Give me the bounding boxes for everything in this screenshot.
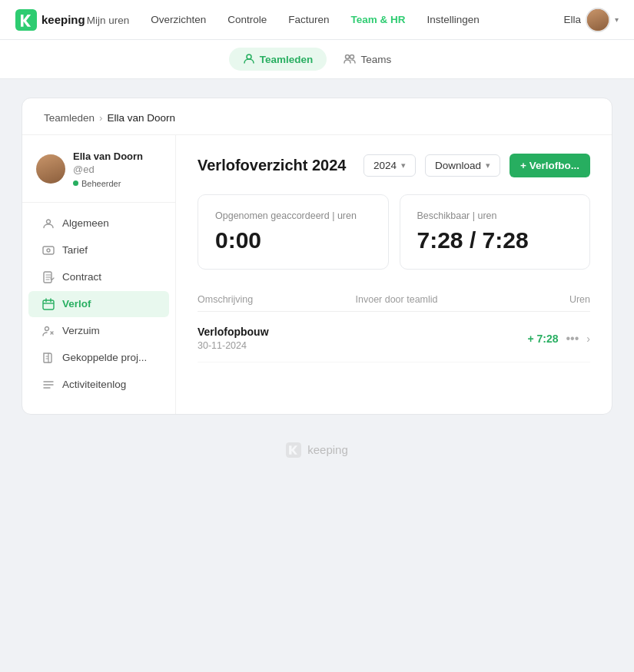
nav-links: Overzichten Controle Facturen Team & HR … [141, 9, 557, 30]
col-omschrijving: Omschrijving [198, 294, 356, 305]
sidebar-label-tarief: Tarief [62, 244, 88, 256]
sidebar-item-contract[interactable]: Contract [28, 264, 169, 290]
row-expand-icon[interactable]: › [586, 333, 590, 345]
sidebar-label-algemeen: Algemeen [62, 217, 109, 229]
sidebar-name: Ella van Doorn @ed [73, 151, 161, 177]
sidebar-label-activiteitenlog: Activiteitenlog [62, 379, 126, 390]
svg-point-4 [47, 220, 51, 223]
sidebar-label-gekoppelde: Gekoppelde proj... [62, 352, 147, 363]
status-dot [73, 180, 78, 186]
svg-point-3 [350, 55, 354, 59]
breadcrumb: Teamleden › Ella van Doorn [22, 98, 612, 135]
col-uren: Uren [513, 294, 590, 305]
user-menu[interactable]: Ella ▾ [563, 8, 619, 32]
username-label: Ella [563, 14, 581, 25]
hours-value: + 7:28 [527, 333, 558, 345]
svg-point-1 [247, 55, 251, 59]
sidebar: Ella van Doorn @ed Beheerder A [22, 135, 176, 414]
calendar-icon [42, 298, 55, 310]
badge-text: Beheerder [81, 179, 121, 188]
topnav-right: Ella ▾ [563, 8, 619, 32]
user-icon [42, 217, 55, 230]
sidebar-label-contract: Contract [62, 271, 101, 283]
nav-team-hr[interactable]: Team & HR [342, 9, 415, 30]
download-button[interactable]: Download ▾ [425, 154, 500, 177]
row-title: Verlofopbouw [198, 326, 356, 338]
stat-opgenomen-value: 0:00 [215, 227, 371, 253]
main-panel: Verlofoverzicht 2024 2024 ▾ Download ▾ +… [176, 135, 612, 414]
sidebar-profile: Ella van Doorn @ed Beheerder [22, 151, 175, 203]
sidebar-label-verlof: Verlof [62, 298, 91, 310]
teams-icon [344, 53, 356, 65]
stat-opgenomen: Opgenomen geaccordeerd | uren 0:00 [198, 194, 389, 270]
money-icon [42, 244, 55, 257]
stat-opgenomen-label: Opgenomen geaccordeerd | uren [215, 210, 371, 221]
svg-rect-8 [43, 300, 54, 310]
year-selector[interactable]: 2024 ▾ [363, 154, 416, 177]
tab-teams[interactable]: Teams [330, 48, 405, 71]
inner-layout: Ella van Doorn @ed Beheerder A [22, 135, 612, 414]
breadcrumb-current: Ella van Doorn [108, 112, 176, 124]
footer-logo-icon [286, 442, 301, 458]
logo-text: keepingMijn uren [41, 13, 129, 26]
sidebar-item-tarief[interactable]: Tarief [28, 237, 169, 263]
svg-point-6 [47, 249, 50, 252]
teamleden-icon [243, 53, 255, 65]
table-header: Omschrijving Invoer door teamlid Uren [198, 288, 590, 312]
sidebar-item-activiteitenlog[interactable]: Activiteitenlog [28, 372, 169, 398]
sidebar-item-gekoppelde[interactable]: Gekoppelde proj... [28, 345, 169, 371]
breadcrumb-separator: › [99, 112, 103, 124]
svg-point-2 [346, 55, 350, 59]
user-chevron-icon: ▾ [615, 15, 619, 24]
stat-beschikbaar-label: Beschikbaar | uren [417, 210, 573, 221]
list-icon [42, 379, 55, 391]
table-row: Verlofopbouw 30-11-2024 + 7:28 ••• › [198, 315, 590, 362]
stat-beschikbaar-value: 7:28 / 7:28 [417, 227, 573, 253]
avatar [586, 8, 610, 32]
panel-header: Verlofoverzicht 2024 2024 ▾ Download ▾ +… [198, 154, 590, 177]
sidebar-badge: Beheerder [73, 179, 161, 188]
sidebar-item-verzuim[interactable]: Verzuim [28, 318, 169, 344]
row-date: 30-11-2024 [198, 340, 356, 351]
download-label: Download [435, 160, 481, 171]
row-more-button[interactable]: ••• [566, 332, 579, 346]
nav-controle[interactable]: Controle [218, 9, 276, 30]
sidebar-item-verlof[interactable]: Verlof [28, 291, 169, 317]
add-verlof-button[interactable]: + Verlofbo... [510, 154, 590, 177]
main-content: Teamleden › Ella van Doorn Ella van Door… [0, 79, 634, 495]
col-invoer: Invoer door teamlid [356, 294, 514, 305]
add-label: + Verlofbo... [520, 160, 579, 171]
logo[interactable]: keepingMijn uren [15, 9, 129, 31]
sidebar-avatar [36, 154, 65, 184]
footer-text: keeping [307, 443, 348, 456]
nav-facturen[interactable]: Facturen [279, 9, 338, 30]
book-icon [42, 352, 55, 364]
stat-beschikbaar: Beschikbaar | uren 7:28 / 7:28 [400, 194, 591, 270]
nav-instellingen[interactable]: Instellingen [418, 9, 489, 30]
top-navigation: keepingMijn uren Overzichten Controle Fa… [0, 0, 634, 40]
nav-overzichten[interactable]: Overzichten [141, 9, 215, 30]
breadcrumb-parent[interactable]: Teamleden [44, 112, 95, 124]
svg-rect-5 [43, 247, 54, 254]
tab-teamleden[interactable]: Teamleden [229, 48, 327, 71]
year-value: 2024 [373, 160, 397, 171]
svg-point-9 [45, 326, 49, 330]
sidebar-label-verzuim: Verzuim [62, 325, 100, 336]
person-x-icon [42, 325, 55, 337]
contract-icon [42, 271, 55, 283]
stats-grid: Opgenomen geaccordeerd | uren 0:00 Besch… [198, 194, 590, 270]
main-card: Teamleden › Ella van Doorn Ella van Door… [22, 98, 612, 415]
download-chevron-icon: ▾ [486, 161, 490, 170]
row-description: Verlofopbouw 30-11-2024 [198, 326, 356, 351]
panel-title: Verlofoverzicht 2024 [198, 157, 354, 174]
row-hours: + 7:28 ••• › [513, 332, 590, 346]
sidebar-item-algemeen[interactable]: Algemeen [28, 210, 169, 237]
year-chevron-icon: ▾ [401, 161, 406, 170]
tabs-bar: Teamleden Teams [0, 40, 634, 79]
page-footer: keeping [22, 415, 612, 476]
